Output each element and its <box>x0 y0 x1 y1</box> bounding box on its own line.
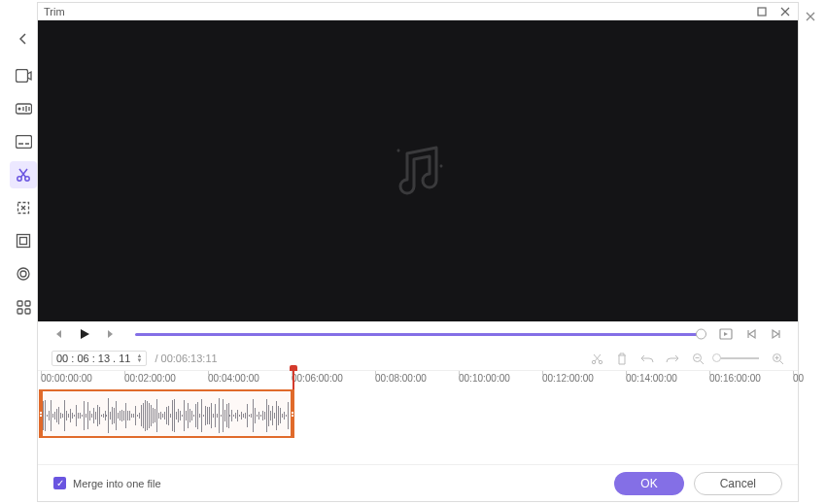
timeline-tick: 00:14:00:00 <box>626 373 677 384</box>
trim-tool-icon[interactable] <box>10 161 37 188</box>
video-tool-icon[interactable] <box>10 62 37 89</box>
footer: ✓ Merge into one file OK Cancel <box>38 464 798 501</box>
zoom-handle[interactable] <box>712 353 721 362</box>
titlebar: Trim <box>38 3 798 20</box>
time-value: 00 : 06 : 13 . 11 <box>56 353 130 364</box>
watermark-tool-icon[interactable] <box>10 260 37 287</box>
delete-icon[interactable] <box>615 352 629 365</box>
skip-end-button[interactable] <box>769 326 784 342</box>
close-button[interactable] <box>778 5 792 18</box>
merge-checkbox-row[interactable]: ✓ Merge into one file <box>53 477 161 489</box>
time-input[interactable]: 00 : 06 : 13 . 11 ▲▼ <box>52 351 147 366</box>
svg-point-10 <box>20 271 26 277</box>
zoom-out-icon[interactable] <box>691 352 705 365</box>
svg-rect-8 <box>20 238 27 245</box>
right-transport <box>718 326 784 342</box>
skip-start-button[interactable] <box>743 326 759 342</box>
redo-icon[interactable] <box>666 352 679 365</box>
timeline-tick: 00:02:00:00 <box>124 373 176 384</box>
next-frame-button[interactable] <box>102 326 118 342</box>
svg-rect-3 <box>16 136 31 149</box>
svg-rect-14 <box>25 309 30 314</box>
timeline-tick: 00:00:00:00 <box>41 373 92 384</box>
title-controls <box>755 5 792 18</box>
progress-slider[interactable] <box>135 333 701 336</box>
svg-rect-11 <box>17 301 22 306</box>
outer-close-button[interactable] <box>804 10 817 23</box>
prev-frame-button[interactable] <box>52 326 67 342</box>
svg-rect-7 <box>17 235 30 248</box>
svg-rect-13 <box>17 309 22 314</box>
grid-tool-icon[interactable] <box>10 293 37 320</box>
timeline-ruler[interactable]: 00:00:00:0000:02:00:0000:04:00:0000:06:0… <box>38 370 798 387</box>
transport-bar <box>38 321 798 347</box>
audio-tool-icon[interactable] <box>10 95 37 122</box>
svg-point-9 <box>17 268 29 280</box>
trim-window: Trim 00 : 06 : 13 . 11 ▲▼ / 00:06 <box>37 2 799 502</box>
crop-tool-icon[interactable] <box>10 194 37 221</box>
timeline-tick: 00:10:00:00 <box>459 373 510 384</box>
cut-icon[interactable] <box>590 352 603 365</box>
svg-rect-15 <box>758 8 766 16</box>
total-duration: / 00:06:13:11 <box>155 353 217 364</box>
selection-handle-right[interactable] <box>291 391 294 436</box>
timeline-tick: 00:16:00:00 <box>709 373 761 384</box>
zoom-in-icon[interactable] <box>771 352 784 365</box>
timeline-tick: 00:04:00:00 <box>208 373 259 384</box>
capture-button[interactable] <box>718 326 734 342</box>
cancel-button[interactable]: Cancel <box>694 472 782 495</box>
svg-point-2 <box>17 108 20 111</box>
window-title: Trim <box>44 6 65 17</box>
maximize-button[interactable] <box>755 5 769 18</box>
merge-checkbox[interactable]: ✓ <box>53 477 66 489</box>
play-button[interactable] <box>77 326 92 342</box>
time-stepper[interactable]: ▲▼ <box>136 353 142 363</box>
timeline-tick: 00:06:00:00 <box>292 373 343 384</box>
music-note-icon <box>384 142 452 200</box>
undo-icon[interactable] <box>640 352 654 365</box>
timeline-tick: 00 <box>793 373 804 384</box>
progress-handle[interactable] <box>696 329 706 340</box>
effect-tool-icon[interactable] <box>10 227 37 254</box>
timeline-tick: 00:12:00:00 <box>542 373 594 384</box>
waveform-area[interactable] <box>38 387 798 444</box>
timeline-tick: 00:08:00:00 <box>375 373 427 384</box>
subtitle-tool-icon[interactable] <box>10 128 37 155</box>
waveform <box>43 395 291 436</box>
zoom-slider[interactable] <box>716 357 759 359</box>
merge-label: Merge into one file <box>73 478 161 489</box>
svg-rect-0 <box>16 70 27 83</box>
ok-button[interactable]: OK <box>614 472 683 495</box>
preview-pane <box>38 20 798 321</box>
svg-rect-12 <box>25 301 30 306</box>
tool-row: 00 : 06 : 13 . 11 ▲▼ / 00:06:13:11 <box>38 347 798 370</box>
